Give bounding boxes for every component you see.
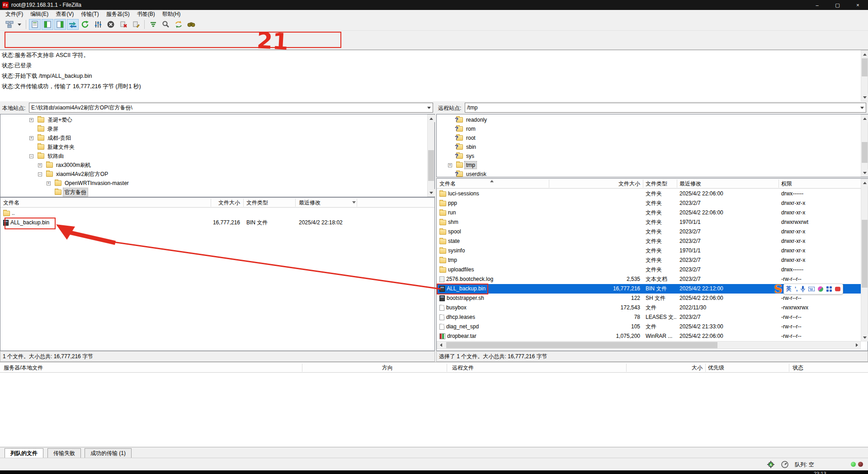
column-divider[interactable] (549, 180, 549, 188)
ime-skin-icon[interactable] (818, 286, 823, 292)
column-divider[interactable] (677, 180, 677, 188)
cancel-operation-icon[interactable] (105, 19, 117, 30)
tree-item[interactable]: +rax3000m刷机 (0, 161, 434, 170)
queue-column-header[interactable]: 优先级 (708, 362, 724, 373)
menu-item[interactable]: 书签(B) (133, 10, 159, 18)
tree-item[interactable]: −xiaomi4Av2刷官方OP (0, 170, 434, 179)
tree-item[interactable]: 录屏 (0, 124, 434, 133)
local-tree-scrollbar[interactable] (427, 114, 434, 197)
tab-queue[interactable]: 传输失败 (47, 448, 81, 458)
tree-item[interactable]: readonly (437, 115, 868, 124)
tab-queue[interactable]: 成功的传输 (1) (85, 448, 132, 458)
column-divider[interactable] (789, 364, 789, 372)
column-header[interactable]: 最近修改 (297, 198, 387, 208)
reconnect-icon[interactable] (130, 19, 142, 30)
scroll-up-icon[interactable] (861, 51, 868, 58)
column-divider[interactable] (295, 199, 296, 207)
tree-item[interactable]: +圣诞+爱心 (0, 115, 434, 124)
file-row[interactable]: sysinfo文件夹1970/1/1drwxr-xr-x (437, 246, 861, 256)
site-manager-dropdown-icon[interactable] (16, 19, 23, 30)
column-header[interactable]: 文件类型 (644, 179, 676, 189)
ime-language-toggle[interactable]: 英 (786, 285, 792, 293)
ime-toolbox-icon[interactable] (826, 286, 832, 292)
tree-item[interactable]: +OpenWRTInvasion-master (0, 179, 434, 188)
close-button[interactable]: × (848, 0, 868, 10)
site-manager-icon[interactable] (4, 19, 15, 30)
file-row[interactable]: busybox172,543文件2022/11/30-rwxrwxrwx (437, 303, 861, 313)
toggle-local-tree-icon[interactable] (42, 19, 53, 30)
column-header[interactable]: 文件名 (1, 198, 210, 208)
column-header[interactable]: 文件类型 (245, 198, 294, 208)
file-row[interactable]: state文件夹2023/2/7drwxr-xr-x (437, 237, 861, 246)
tree-item[interactable]: +tmp (437, 161, 868, 170)
column-divider[interactable] (211, 199, 211, 207)
queue-column-header[interactable]: 服务器/本地文件 (4, 362, 43, 373)
minimize-button[interactable]: – (807, 0, 827, 10)
scroll-down-icon[interactable] (861, 94, 868, 101)
directory-compare-icon[interactable] (160, 19, 172, 30)
column-divider[interactable] (643, 180, 643, 188)
process-queue-icon[interactable] (92, 19, 104, 30)
tree-item[interactable]: root (437, 133, 868, 142)
menu-item[interactable]: 查看(V) (52, 10, 77, 18)
tree-item[interactable]: rom (437, 124, 868, 133)
local-site-combo[interactable]: E:\软路由\xiaomi4Av2刷官方OP\官方备份\ (29, 103, 433, 113)
file-row[interactable]: shm文件夹1970/1/1drwxrwxrwt (437, 218, 861, 227)
toggle-remote-tree-icon[interactable] (54, 19, 66, 30)
column-divider[interactable] (243, 199, 244, 207)
remote-site-combo[interactable]: /tmp (465, 103, 866, 113)
file-row[interactable]: run文件夹2025/4/2 22:06:00drwxr-xr-x (437, 208, 861, 218)
tree-item[interactable]: userdisk (437, 170, 868, 179)
menu-item[interactable]: 传输(T) (77, 10, 102, 18)
ime-keyboard-icon[interactable] (808, 287, 815, 291)
expand-plus-icon[interactable]: + (47, 181, 51, 185)
column-header[interactable]: 文件大小 (549, 179, 642, 189)
filter-icon[interactable] (147, 19, 159, 30)
maximize-button[interactable]: ▢ (827, 0, 848, 10)
expand-plus-icon[interactable]: + (38, 163, 42, 167)
remote-list-scrollbar[interactable] (861, 179, 868, 341)
file-row[interactable]: dhcp.leases78LEASES 文...2023/2/7-rw-r--r… (437, 313, 861, 322)
menu-item[interactable]: 文件(F) (2, 10, 27, 18)
column-divider[interactable] (357, 199, 357, 207)
speed-limit-icon[interactable] (781, 461, 788, 469)
collapse-minus-icon[interactable]: − (38, 172, 42, 176)
file-row[interactable]: spool文件夹2023/2/7drwxr-xr-x (437, 227, 861, 237)
refresh-icon[interactable] (80, 19, 91, 30)
menu-item[interactable]: 帮助(H) (159, 10, 184, 18)
column-divider[interactable] (778, 180, 779, 188)
tree-item[interactable]: sbin (437, 142, 868, 152)
column-divider[interactable] (302, 364, 302, 372)
remote-tree-scrollbar[interactable] (861, 114, 868, 177)
expand-plus-icon[interactable]: + (29, 118, 33, 122)
column-header[interactable]: 文件大小 (211, 198, 242, 208)
toggle-queue-view-icon[interactable] (67, 19, 79, 30)
file-row[interactable]: uploadfiles文件夹2023/2/7drwx------ (437, 265, 861, 275)
auto-transfer-gear-icon[interactable]: A (767, 461, 774, 469)
expand-plus-icon[interactable]: + (29, 136, 33, 140)
file-row[interactable]: dropbear.tar1,075,200WinRAR ...2025/4/2 … (437, 332, 861, 341)
file-row[interactable]: bootstrapper.sh122SH 文件2025/4/2 22:06:00… (437, 294, 861, 303)
ime-mic-icon[interactable] (801, 286, 805, 292)
ime-punctuation-icon[interactable]: ’, (795, 286, 798, 292)
tree-item[interactable]: +成都-贵阳 (0, 133, 434, 142)
sogou-logo-icon[interactable]: S (774, 282, 783, 296)
queue-column-header[interactable]: 大小 (660, 362, 703, 373)
queue-column-header[interactable]: 方向 (382, 362, 393, 373)
column-divider[interactable] (705, 364, 706, 372)
find-files-icon[interactable] (185, 19, 197, 30)
tree-item[interactable]: sys (437, 152, 868, 161)
column-header[interactable]: 最近修改 (678, 179, 778, 189)
file-row[interactable]: ALL_backup.bin16,777,216BIN 文件2025/4/2 2… (0, 218, 434, 228)
column-divider[interactable] (626, 364, 627, 372)
queue-column-header[interactable]: 远程文件 (452, 362, 474, 373)
remote-hscrollbar[interactable] (437, 341, 861, 349)
file-row[interactable]: .. (0, 209, 434, 218)
tree-item[interactable]: 新建文件夹 (0, 142, 434, 152)
file-row[interactable]: tmp文件夹2023/2/7drwxr-xr-x (437, 256, 861, 265)
scrollbar-thumb[interactable] (862, 58, 868, 76)
column-header[interactable]: 权限 (779, 179, 855, 189)
log-scrollbar[interactable] (861, 50, 868, 101)
sync-browse-icon[interactable] (173, 19, 184, 30)
menu-item[interactable]: 服务器(S) (103, 10, 133, 18)
